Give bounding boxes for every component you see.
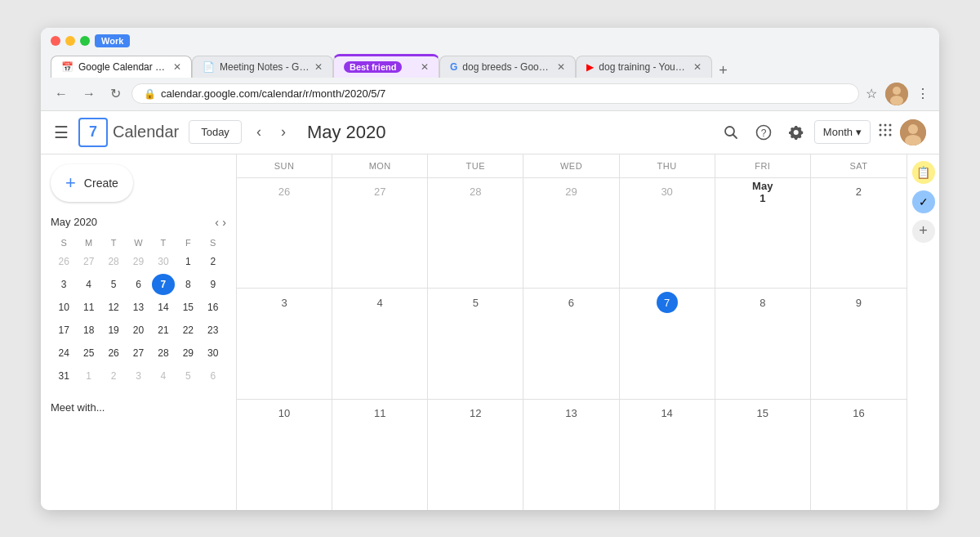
next-month-button[interactable]: ›: [276, 120, 291, 144]
new-tab-button[interactable]: +: [712, 63, 734, 78]
bookmark-button[interactable]: ☆: [866, 86, 877, 101]
cal-day-cell[interactable]: 9: [811, 289, 906, 399]
mini-cal-day[interactable]: 26: [102, 342, 125, 364]
side-icon-reminders[interactable]: ✓: [912, 190, 935, 213]
tab3-close[interactable]: ✕: [421, 61, 429, 73]
mini-cal-day[interactable]: 24: [52, 342, 75, 364]
mini-cal-day[interactable]: 13: [127, 297, 149, 318]
tab5-close[interactable]: ✕: [693, 61, 702, 73]
cal-day-number[interactable]: 15: [752, 403, 773, 424]
cal-day-cell[interactable]: 30: [620, 178, 715, 289]
mini-cal-day[interactable]: 4: [77, 274, 100, 295]
cal-day-number[interactable]: 6: [560, 292, 581, 313]
mini-cal-day[interactable]: 2: [202, 251, 225, 272]
tab-group-work-label[interactable]: Work: [95, 34, 130, 47]
apps-grid-button[interactable]: [874, 119, 897, 145]
minimize-traffic-light[interactable]: [65, 36, 75, 46]
mini-cal-day[interactable]: 22: [176, 320, 199, 341]
tab-google-calendar[interactable]: 📅 Google Calendar - May 20... ✕: [51, 56, 192, 78]
cal-day-cell[interactable]: 13: [523, 400, 619, 510]
reload-button[interactable]: ↻: [106, 84, 125, 103]
help-button[interactable]: ?: [749, 118, 778, 147]
cal-day-cell[interactable]: 5: [428, 289, 523, 399]
cal-day-number[interactable]: 27: [369, 181, 390, 203]
cal-day-cell[interactable]: 3: [237, 289, 332, 399]
back-button[interactable]: ←: [51, 85, 72, 103]
mini-cal-day[interactable]: 25: [77, 342, 100, 364]
mini-cal-day[interactable]: 1: [176, 251, 199, 272]
search-button[interactable]: [716, 118, 746, 147]
mini-cal-day[interactable]: 17: [52, 320, 75, 341]
mini-cal-day[interactable]: 1: [77, 365, 100, 387]
cal-day-cell[interactable]: 27: [332, 178, 428, 289]
mini-cal-day[interactable]: 3: [52, 274, 75, 295]
mini-cal-day[interactable]: 18: [77, 320, 100, 341]
cal-day-cell[interactable]: 29: [523, 178, 619, 289]
today-button[interactable]: Today: [189, 120, 242, 144]
cal-day-cell[interactable]: May 1: [715, 178, 811, 289]
cal-day-cell[interactable]: 4: [332, 289, 428, 399]
mini-cal-day[interactable]: 27: [127, 342, 149, 364]
cal-day-number[interactable]: May 1: [752, 181, 773, 203]
mini-cal-day[interactable]: 23: [202, 320, 225, 341]
mini-cal-day[interactable]: 4: [152, 365, 175, 387]
cal-day-cell[interactable]: 6: [523, 289, 619, 399]
cal-day-number[interactable]: 13: [560, 403, 581, 424]
cal-day-number[interactable]: 26: [274, 181, 295, 203]
mini-cal-day[interactable]: 9: [202, 274, 225, 295]
mini-cal-day[interactable]: 2: [102, 365, 125, 387]
tab-best-friend[interactable]: Best friend ✕: [333, 54, 439, 78]
cal-day-cell[interactable]: 16: [811, 400, 906, 510]
cal-day-number[interactable]: 14: [657, 403, 678, 424]
browser-menu-button[interactable]: ⋮: [916, 86, 929, 101]
mini-cal-day[interactable]: 3: [127, 365, 149, 387]
mini-cal-day[interactable]: 5: [102, 274, 125, 295]
mini-cal-day[interactable]: 16: [202, 297, 225, 318]
cal-day-cell[interactable]: 11: [332, 400, 428, 510]
user-avatar[interactable]: [900, 119, 926, 145]
cal-day-cell[interactable]: 15: [715, 400, 811, 510]
tab-dog-training[interactable]: ▶ dog training - YouTube ✕: [576, 56, 712, 78]
settings-button[interactable]: [782, 118, 811, 147]
mini-cal-day[interactable]: 28: [102, 251, 125, 272]
mini-cal-day[interactable]: 27: [77, 251, 100, 272]
mini-cal-day[interactable]: 20: [127, 320, 149, 341]
cal-day-number[interactable]: 30: [657, 181, 678, 203]
url-bar[interactable]: 🔒 calendar.google.com/calendar/r/month/2…: [131, 83, 859, 104]
mini-cal-day[interactable]: 6: [127, 274, 149, 295]
cal-day-cell[interactable]: 26: [237, 178, 332, 289]
cal-day-cell[interactable]: 14: [620, 400, 715, 510]
mini-cal-day[interactable]: 29: [176, 342, 199, 364]
mini-next-button[interactable]: ›: [222, 216, 226, 229]
mini-cal-day[interactable]: 30: [202, 342, 225, 364]
cal-day-number[interactable]: 2: [848, 181, 869, 203]
cal-day-cell[interactable]: 10: [237, 400, 332, 510]
mini-cal-day[interactable]: 15: [176, 297, 199, 318]
cal-day-number[interactable]: 8: [752, 292, 773, 313]
browser-profile-avatar[interactable]: [885, 83, 908, 105]
mini-cal-day[interactable]: 14: [152, 297, 175, 318]
cal-day-number[interactable]: 7: [657, 292, 678, 313]
cal-day-number[interactable]: 11: [369, 403, 390, 424]
mini-cal-day[interactable]: 12: [102, 297, 125, 318]
side-icon-add[interactable]: +: [912, 220, 935, 243]
cal-day-number[interactable]: 4: [369, 292, 390, 313]
mini-cal-day[interactable]: 8: [176, 274, 199, 295]
tab-dog-breeds[interactable]: G dog breeds - Google Searc... ✕: [439, 56, 576, 78]
mini-cal-day[interactable]: 11: [77, 297, 100, 318]
mini-cal-day[interactable]: 31: [52, 365, 75, 387]
cal-day-number[interactable]: 12: [465, 403, 486, 424]
mini-cal-day[interactable]: 5: [176, 365, 199, 387]
mini-cal-day[interactable]: 19: [102, 320, 125, 341]
mini-cal-day[interactable]: 7: [152, 274, 175, 295]
close-traffic-light[interactable]: [51, 36, 60, 46]
mini-cal-day[interactable]: 10: [52, 297, 75, 318]
cal-day-cell[interactable]: 8: [715, 289, 811, 399]
side-icon-tasks[interactable]: 📋: [912, 161, 935, 184]
forward-button[interactable]: →: [78, 85, 100, 103]
cal-day-number[interactable]: 10: [274, 403, 295, 424]
cal-day-number[interactable]: 28: [465, 181, 486, 203]
mini-cal-day[interactable]: 29: [127, 251, 149, 272]
cal-day-number[interactable]: 5: [465, 292, 486, 313]
mini-cal-day[interactable]: 26: [52, 251, 75, 272]
